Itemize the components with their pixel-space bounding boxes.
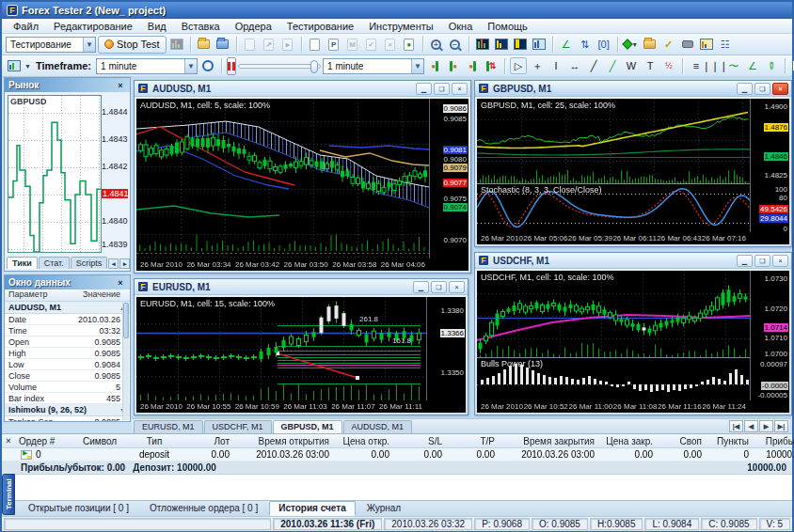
chart-area[interactable]: AUDUSD, M1, cell: 5, scale: 100% 0.9086 … — [136, 99, 468, 271]
tab-scroll-right-icon[interactable]: ▸ — [119, 258, 130, 269]
chart-window-gbpusd[interactable]: F GBPUSD, M1 ▁ ❏ × GBPUSD, M1, cell: 25,… — [474, 80, 792, 247]
minimize-icon[interactable]: ▁ — [416, 83, 432, 95]
close-icon[interactable]: × — [449, 281, 465, 293]
tab-last-icon[interactable]: ▶| — [774, 420, 788, 432]
confirm-icon[interactable]: ✓ — [660, 36, 677, 53]
wave-tool-icon[interactable]: W — [623, 57, 640, 74]
data-row[interactable]: Low0.9084 — [5, 359, 130, 370]
slider-thumb[interactable] — [310, 60, 318, 73]
chart-window-audusd[interactable]: F AUDUSD, M1 ▁ ❏ × AUDUSD, M1, cell: 5, … — [134, 80, 471, 274]
data-row[interactable]: Close0.9085 — [5, 370, 130, 382]
menu-file[interactable]: Файл — [6, 20, 46, 33]
pencil-icon[interactable]: ✎ — [763, 57, 780, 74]
crosshair-icon[interactable]: ＋ — [529, 57, 546, 74]
indicator-divider[interactable] — [477, 183, 789, 184]
tab-scroll-left-icon[interactable]: ◂ — [108, 258, 119, 269]
col-profit[interactable]: Прибыль — [753, 436, 794, 446]
camera-icon[interactable] — [679, 36, 696, 53]
order-row[interactable]: 0 deposit 0.00 2010.03.26 03:00 0.00 0.0… — [2, 448, 792, 462]
stop-test-button[interactable]: Stop Test — [98, 36, 167, 54]
tab-prev-icon[interactable]: ◀ — [744, 420, 758, 432]
minimize-icon[interactable]: ▁ — [413, 281, 429, 293]
zero-bar-icon[interactable]: [0] — [596, 36, 612, 53]
currency-icon[interactable] — [512, 36, 529, 53]
new-document-icon[interactable] — [307, 36, 324, 53]
tab-audusd[interactable]: AUDUSD, M1 — [343, 420, 413, 433]
share-icon[interactable]: ↗ — [261, 36, 278, 53]
restore-icon[interactable]: ❏ — [754, 83, 770, 95]
data-row[interactable]: Time03:32 — [5, 325, 130, 336]
tab-first-icon[interactable]: |◀ — [729, 420, 743, 432]
restore-icon[interactable]: ❏ — [434, 83, 450, 95]
chevron-down-icon[interactable]: ▼ — [24, 63, 31, 70]
open-folder-icon[interactable] — [196, 36, 213, 53]
vertical-scale-icon[interactable]: ⇅ — [577, 36, 594, 53]
tick-chart[interactable] — [8, 95, 102, 253]
data-row[interactable]: Volume5 — [5, 382, 130, 393]
window-titlebar[interactable]: F GBPUSD, M1 ▁ ❏ × — [475, 81, 791, 97]
col-symbol[interactable]: Символ — [79, 436, 128, 446]
col-tp[interactable]: T/P — [446, 436, 499, 446]
folder-up-icon[interactable] — [642, 36, 659, 53]
candles-icon[interactable] — [474, 36, 491, 53]
vertical-line-icon[interactable]: I — [548, 57, 564, 74]
menu-insert[interactable]: Вставка — [174, 20, 228, 33]
speed-slider[interactable] — [238, 64, 321, 69]
tab-stats[interactable]: Стат. — [39, 257, 70, 269]
test-mode-select[interactable]: Тестирование ▼ — [6, 37, 96, 53]
chart-window-icon[interactable] — [531, 36, 548, 53]
col-points[interactable]: Пункты — [706, 436, 753, 446]
angle-draw-icon[interactable]: ∠ — [744, 57, 761, 74]
indicator-divider[interactable] — [477, 357, 789, 358]
minimize-icon[interactable]: ▁ — [737, 255, 753, 267]
col-lot[interactable]: Лот — [181, 436, 233, 446]
settings-grid-icon[interactable]: ☷ — [717, 36, 734, 53]
start-icon[interactable]: ● — [401, 36, 418, 53]
trend-line-icon[interactable]: ╱ — [585, 57, 602, 74]
new-chart-icon[interactable] — [6, 57, 23, 74]
step-back-candle-icon[interactable]: ● — [426, 57, 443, 74]
data-row-partial[interactable]: Tenkan Sen0.9085 — [5, 416, 130, 422]
chart-area[interactable]: GBPUSD, M1, cell: 25, scale: 100% Stocha… — [477, 99, 789, 244]
compass-icon[interactable] — [199, 57, 216, 74]
horizontal-line-icon[interactable]: ↔ — [566, 57, 583, 74]
data-row[interactable]: Open0.9085 — [5, 336, 130, 348]
data-row[interactable]: Date2010.03.26 — [5, 314, 130, 325]
close-icon[interactable]: × — [772, 255, 788, 267]
window-titlebar[interactable]: F EURUSD, M1 ▁ ❏ × — [135, 279, 468, 295]
line-chart-icon[interactable]: ∠ — [558, 36, 575, 53]
minimize-icon[interactable]: ▁ — [737, 83, 753, 95]
tab-ticks[interactable]: Тики — [7, 257, 38, 269]
window-titlebar[interactable]: F USDCHF, M1 ▁ ❏ × — [475, 253, 791, 269]
project-m-icon[interactable]: M — [344, 36, 361, 53]
scrollbar[interactable] — [122, 303, 129, 420]
text-tool-icon[interactable]: T — [642, 57, 659, 74]
tab-eurusd[interactable]: EURUSD, M1 — [134, 420, 203, 433]
col-swap[interactable]: Своп — [657, 436, 706, 446]
data-group-symbol[interactable]: AUDUSD, M1▲ — [5, 302, 130, 314]
export-icon[interactable]: ▸ — [279, 36, 296, 53]
menu-testing[interactable]: Тестирование — [279, 20, 361, 33]
close-icon[interactable]: × — [452, 83, 468, 95]
tab-journal[interactable]: Журнал — [357, 501, 411, 516]
close-icon[interactable]: × — [115, 278, 126, 288]
tab-next-icon[interactable]: ▶ — [759, 420, 773, 432]
pause-button[interactable] — [227, 57, 236, 75]
wave-draw-icon[interactable]: 〜 — [725, 57, 742, 74]
data-row[interactable]: High0.9085 — [5, 348, 130, 359]
close-icon[interactable]: × — [772, 83, 788, 95]
tab-scripts[interactable]: Scripts — [71, 257, 108, 269]
restore-icon[interactable]: ❏ — [431, 281, 447, 293]
numbers-icon[interactable] — [493, 36, 510, 53]
vertical-grid-icon[interactable]: ❘❘❘ — [707, 57, 723, 74]
tab-gbpusd[interactable]: GBPUSD, M1 — [273, 420, 342, 433]
ray-line-icon[interactable]: ╱ — [604, 57, 621, 74]
fibo-numbers-icon[interactable]: ½ — [660, 57, 677, 74]
market-panel-title[interactable]: Рынок × — [5, 78, 130, 92]
window-titlebar[interactable]: F AUDUSD, M1 ▁ ❏ × — [135, 81, 470, 97]
step-tick-back-icon[interactable]: ● — [464, 57, 481, 74]
menu-help[interactable]: Помощь — [480, 20, 535, 33]
tab-pending-orders[interactable]: Отложенные ордера [ 0 ] — [140, 501, 267, 516]
chart-window-usdchf[interactable]: F USDCHF, M1 ▁ ❏ × USDCHF, M1, cell: 10,… — [474, 252, 792, 415]
col-sl[interactable]: S/L — [393, 436, 446, 446]
